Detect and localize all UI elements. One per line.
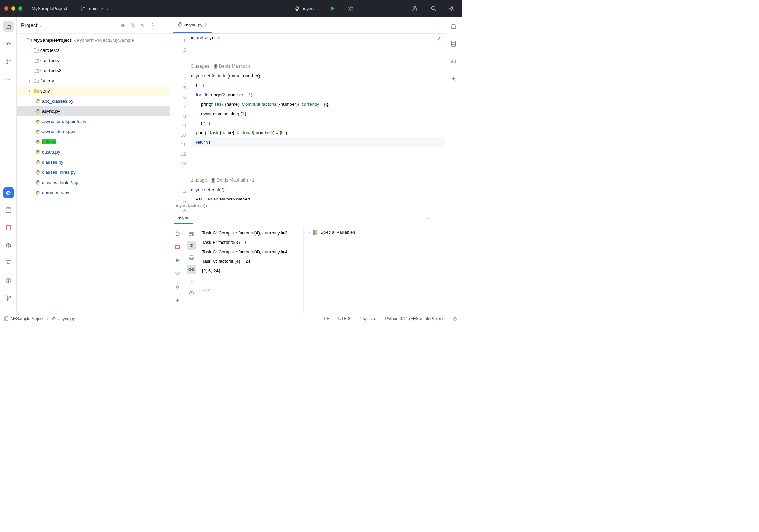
- project-selector[interactable]: MySampleProject: [32, 6, 74, 11]
- project-tool-title[interactable]: Project: [21, 22, 42, 28]
- hide-button[interactable]: ✕: [139, 21, 146, 29]
- stop-button-rail[interactable]: [3, 223, 14, 233]
- author-hint[interactable]: Denis Mashutin +1: [216, 177, 254, 183]
- file-node[interactable]: abc_classes.py: [17, 96, 170, 106]
- show-variables-button[interactable]: [187, 265, 196, 274]
- services-tool-button[interactable]: [3, 240, 14, 251]
- special-variables-node[interactable]: › Special Variables: [309, 230, 440, 235]
- file-node[interactable]: classes.py: [17, 157, 170, 167]
- window-controls: [4, 6, 22, 11]
- code-area[interactable]: import asyncio 3 usages Denis Mashutin a…: [189, 34, 445, 200]
- svg-rect-26: [454, 318, 456, 320]
- file-node[interactable]: classes_hints2.py: [17, 177, 170, 187]
- venv-folder-node[interactable]: ›venv: [17, 86, 170, 96]
- project-tree[interactable]: ⌄ MySampleProject ~/PycharmProjects/MySa…: [17, 34, 170, 313]
- expand-collapse-button[interactable]: ⇅: [129, 21, 136, 29]
- structure-tool-button[interactable]: [3, 56, 14, 67]
- python-icon: [52, 316, 56, 321]
- console-prompt[interactable]: >>>: [202, 285, 300, 294]
- notifications-tool-button[interactable]: [448, 21, 459, 32]
- more-run-options-button[interactable]: ⋮: [363, 3, 375, 14]
- nav-crumb[interactable]: async.py: [58, 316, 75, 321]
- error-stripe[interactable]: [440, 50, 445, 200]
- file-node-selected[interactable]: async.py: [17, 106, 170, 116]
- scroll-to-end-button[interactable]: [187, 241, 196, 250]
- search-everywhere-button[interactable]: [428, 3, 439, 14]
- editor-breadcrumb[interactable]: async factorial(): [170, 200, 445, 211]
- stop-button[interactable]: [173, 243, 182, 251]
- tool-windows-icon[interactable]: [4, 316, 8, 321]
- minimize-tool-button[interactable]: —: [158, 21, 166, 29]
- lock-icon[interactable]: [452, 316, 457, 321]
- editor-tab[interactable]: async.py ×: [173, 17, 212, 33]
- close-tab-button[interactable]: ×: [204, 22, 207, 27]
- file-node[interactable]: async_breakpoints.py: [17, 116, 170, 127]
- folder-label: car_tests: [40, 58, 59, 63]
- folder-node[interactable]: ›car_tests: [17, 55, 170, 66]
- ai-assistant-tool-button[interactable]: [448, 74, 459, 84]
- minimize-run-tool-button[interactable]: —: [434, 214, 441, 222]
- folder-node[interactable]: ›factory: [17, 76, 170, 86]
- debug-button-small[interactable]: [173, 270, 182, 278]
- add-console-button[interactable]: [173, 296, 182, 305]
- console-output[interactable]: Task C: Compute factorial(4), currently …: [199, 226, 304, 313]
- svg-point-24: [451, 41, 455, 42]
- file-node[interactable]: calc.py: [17, 137, 170, 147]
- close-window-button[interactable]: [4, 6, 8, 11]
- gutter[interactable]: 12 45678910111213 141516: [170, 34, 189, 200]
- editor[interactable]: ✔ 12 45678910111213 141516 import asynci…: [170, 34, 445, 200]
- more-tools-button[interactable]: ⋯: [3, 74, 14, 84]
- line-separator-widget[interactable]: LF: [324, 316, 329, 321]
- svg-point-1: [414, 6, 416, 8]
- svg-point-21: [189, 268, 191, 271]
- author-hint[interactable]: Denis Mashutin: [219, 63, 250, 69]
- file-node[interactable]: comments.py: [17, 187, 170, 198]
- interpreter-widget[interactable]: Python 3.11 (MySampleProject): [385, 316, 445, 321]
- commit-tool-button[interactable]: [3, 39, 14, 49]
- execute-selection-button[interactable]: ›››: [187, 277, 196, 286]
- print-button[interactable]: [187, 253, 196, 262]
- vcs-tool-button[interactable]: [3, 293, 14, 303]
- database-tool-button[interactable]: [448, 39, 459, 49]
- debug-button[interactable]: [345, 3, 356, 14]
- console-settings-button[interactable]: [173, 283, 182, 291]
- folder-icon: [34, 68, 39, 73]
- soft-wrap-button[interactable]: [187, 230, 196, 238]
- file-node[interactable]: async_debug.py: [17, 127, 170, 137]
- svg-point-13: [7, 299, 8, 301]
- python-console-tool-button[interactable]: [3, 187, 14, 198]
- minimize-window-button[interactable]: [11, 6, 15, 11]
- run-button-small[interactable]: [173, 256, 182, 265]
- settings-button[interactable]: [446, 3, 457, 14]
- indent-widget[interactable]: 4 spaces: [360, 316, 376, 321]
- tab-actions-button[interactable]: ⋮: [432, 17, 445, 33]
- close-run-tab-button[interactable]: ×: [196, 216, 199, 221]
- file-node[interactable]: cases.py: [17, 147, 170, 157]
- project-tool-button[interactable]: [3, 21, 14, 32]
- file-node[interactable]: classes_hints.py: [17, 167, 170, 177]
- terminal-tool-button[interactable]: [3, 258, 14, 268]
- python-packages-tool-button[interactable]: [3, 205, 14, 216]
- run-button[interactable]: [327, 3, 338, 14]
- nav-crumb[interactable]: MySampleProject: [11, 316, 43, 321]
- project-root-node[interactable]: ⌄ MySampleProject ~/PycharmProjects/MySa…: [17, 35, 170, 45]
- run-tool-options-button[interactable]: ⋮: [424, 214, 432, 222]
- folder-node[interactable]: ›car_tests2: [17, 66, 170, 76]
- tool-options-button[interactable]: ⋮: [148, 21, 156, 29]
- usages-hint[interactable]: 1 usage: [191, 177, 207, 183]
- history-button[interactable]: [187, 289, 196, 298]
- code-with-me-button[interactable]: [410, 3, 421, 14]
- problems-tool-button[interactable]: [3, 275, 14, 286]
- encoding-widget[interactable]: UTF-8: [338, 316, 350, 321]
- rerun-button[interactable]: [173, 230, 182, 238]
- coverage-tool-button[interactable]: [448, 56, 459, 67]
- variables-pane[interactable]: › Special Variables: [304, 226, 445, 313]
- zoom-window-button[interactable]: [18, 6, 22, 11]
- status-bar: MySampleProject async.py LF UTF-8 4 spac…: [0, 313, 462, 323]
- run-config-selector[interactable]: async: [295, 6, 320, 11]
- select-opened-file-button[interactable]: ⊕: [119, 21, 127, 29]
- file-label: calc.py: [42, 139, 56, 144]
- folder-node[interactable]: ›car&tests: [17, 45, 170, 55]
- usages-hint[interactable]: 3 usages: [191, 63, 209, 69]
- vcs-branch-selector[interactable]: main: [81, 6, 109, 11]
